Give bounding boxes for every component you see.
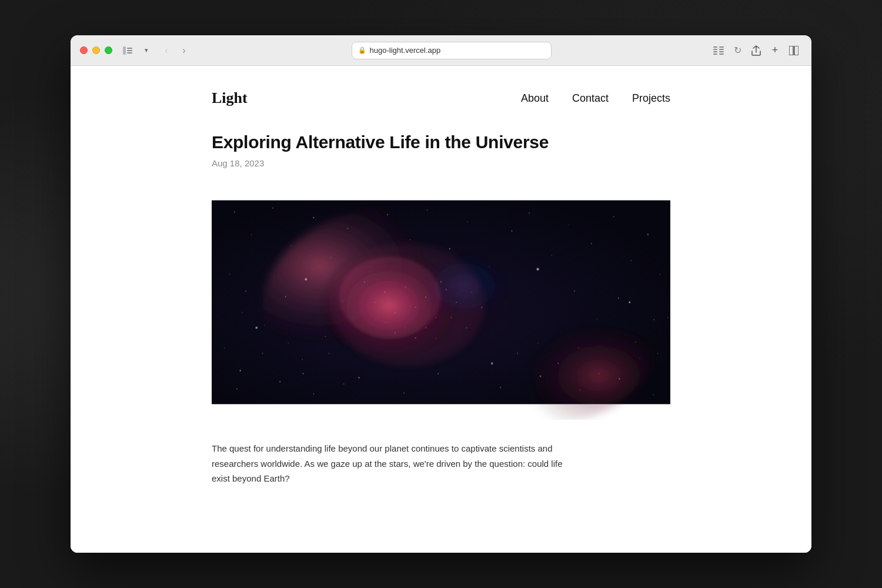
svg-point-51 xyxy=(654,319,654,320)
svg-point-22 xyxy=(291,245,292,246)
svg-point-57 xyxy=(438,373,439,374)
svg-point-94 xyxy=(639,358,640,359)
svg-rect-4 xyxy=(713,46,717,48)
svg-point-42 xyxy=(264,325,265,325)
svg-point-91 xyxy=(558,363,559,364)
traffic-lights xyxy=(80,46,112,54)
page-content: Light About Contact Projects Exploring A… xyxy=(71,66,811,553)
site-logo[interactable]: Light xyxy=(212,89,248,107)
article: Exploring Alternative Life in the Univer… xyxy=(212,131,670,486)
svg-point-52 xyxy=(239,370,240,371)
svg-point-29 xyxy=(427,209,427,210)
svg-point-88 xyxy=(344,383,345,384)
svg-point-38 xyxy=(613,216,614,217)
svg-point-49 xyxy=(618,298,619,299)
svg-rect-6 xyxy=(713,51,717,52)
svg-point-33 xyxy=(512,230,513,232)
svg-point-101 xyxy=(242,312,242,313)
svg-point-28 xyxy=(410,239,410,240)
svg-rect-11 xyxy=(719,54,724,55)
svg-point-89 xyxy=(517,353,517,353)
svg-point-84 xyxy=(262,353,263,353)
browser-window: ▾ ‹ › 🔒 hugo-light.vercel.app xyxy=(71,35,811,553)
close-button[interactable] xyxy=(80,46,88,54)
svg-rect-8 xyxy=(719,46,724,48)
svg-point-39 xyxy=(631,260,632,260)
svg-point-96 xyxy=(537,268,539,270)
svg-point-20 xyxy=(251,234,252,235)
article-title: Exploring Alternative Life in the Univer… xyxy=(212,131,670,153)
minimize-button[interactable] xyxy=(92,46,100,54)
forward-button[interactable]: › xyxy=(176,42,192,59)
hero-svg xyxy=(212,185,670,420)
reader-view-button[interactable] xyxy=(710,42,727,59)
svg-point-99 xyxy=(491,363,493,365)
new-tab-button[interactable]: + xyxy=(767,42,783,59)
svg-point-106 xyxy=(657,353,658,353)
svg-point-21 xyxy=(272,208,273,209)
hero-image xyxy=(212,185,670,420)
svg-point-90 xyxy=(537,343,538,343)
svg-point-104 xyxy=(660,274,660,275)
svg-rect-9 xyxy=(719,49,724,50)
svg-point-55 xyxy=(359,377,360,378)
svg-rect-2 xyxy=(127,50,132,51)
split-view-button[interactable] xyxy=(786,42,802,59)
svg-point-27 xyxy=(387,214,388,215)
maximize-button[interactable] xyxy=(105,46,112,54)
svg-rect-7 xyxy=(713,54,717,55)
svg-point-31 xyxy=(467,221,467,222)
svg-point-100 xyxy=(229,274,230,275)
svg-point-40 xyxy=(647,234,649,235)
site-nav: About Contact Projects xyxy=(521,92,670,105)
svg-point-45 xyxy=(325,336,326,336)
back-button[interactable]: ‹ xyxy=(158,42,175,59)
address-bar-container: 🔒 hugo-light.vercel.app xyxy=(192,42,710,59)
svg-point-62 xyxy=(653,395,654,396)
svg-point-58 xyxy=(500,387,502,388)
svg-point-53 xyxy=(279,381,280,382)
svg-point-19 xyxy=(234,212,235,212)
nav-contact[interactable]: Contact xyxy=(572,92,609,105)
svg-point-47 xyxy=(574,290,574,291)
svg-point-102 xyxy=(224,348,225,348)
svg-point-37 xyxy=(591,243,592,245)
address-bar[interactable]: 🔒 hugo-light.vercel.app xyxy=(352,42,552,59)
svg-point-92 xyxy=(578,348,579,348)
browser-titlebar: ▾ ‹ › 🔒 hugo-light.vercel.app xyxy=(71,35,811,66)
svg-point-44 xyxy=(302,359,303,359)
svg-rect-5 xyxy=(713,49,717,50)
toolbar-controls: ▾ xyxy=(119,42,155,59)
svg-rect-12 xyxy=(789,46,793,55)
svg-point-36 xyxy=(568,225,569,225)
svg-point-54 xyxy=(313,393,315,395)
svg-point-25 xyxy=(348,228,348,229)
svg-point-103 xyxy=(237,389,238,390)
sidebar-toggle-button[interactable] xyxy=(119,42,136,59)
nav-projects[interactable]: Projects xyxy=(632,92,670,105)
lock-icon: 🔒 xyxy=(358,46,366,54)
article-body: The quest for understanding life beyond … xyxy=(212,441,576,486)
svg-rect-13 xyxy=(794,46,799,55)
svg-point-97 xyxy=(629,302,630,303)
svg-point-60 xyxy=(580,389,580,390)
svg-point-56 xyxy=(404,393,405,393)
nav-about[interactable]: About xyxy=(521,92,549,105)
svg-point-32 xyxy=(489,266,490,267)
svg-point-41 xyxy=(245,290,246,291)
svg-rect-0 xyxy=(123,46,126,55)
article-date: Aug 18, 2023 xyxy=(212,158,670,168)
site-header: Light About Contact Projects xyxy=(212,89,670,131)
nav-controls: ‹ › xyxy=(158,42,192,59)
svg-point-108 xyxy=(339,256,441,338)
svg-point-35 xyxy=(551,255,552,256)
svg-rect-1 xyxy=(127,48,132,49)
svg-point-95 xyxy=(305,279,307,280)
reload-button[interactable]: ↻ xyxy=(729,42,746,59)
chevron-down-button[interactable]: ▾ xyxy=(138,42,155,59)
svg-point-105 xyxy=(667,317,668,318)
share-button[interactable] xyxy=(748,42,764,59)
svg-point-85 xyxy=(288,343,288,343)
svg-rect-3 xyxy=(127,52,132,54)
svg-point-98 xyxy=(256,327,258,329)
